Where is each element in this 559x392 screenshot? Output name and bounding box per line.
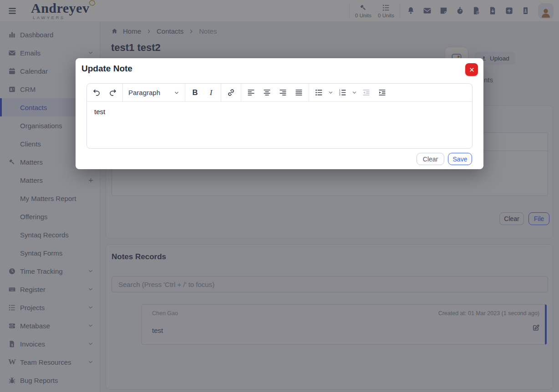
bold-button[interactable]: B [187,85,203,101]
modal-close-button[interactable] [465,63,478,76]
justify-button[interactable] [291,85,307,101]
redo-button[interactable] [105,85,121,101]
bullet-list-icon [315,88,323,97]
align-center-button[interactable] [259,85,275,101]
numbered-list-button[interactable] [335,85,351,101]
editor-toolbar: Paragraph B I [87,84,472,102]
app-window: Andreyev LAWYERS 0 Units 0 Units Dashboa… [0,0,559,392]
outdent-icon [362,88,371,97]
italic-button[interactable]: I [203,85,219,101]
redo-icon [108,88,117,97]
align-right-icon [279,88,287,97]
undo-button[interactable] [89,85,105,101]
bullet-list-button[interactable] [311,85,327,101]
paragraph-style-select[interactable]: Paragraph [125,85,183,101]
modal-clear-button[interactable]: Clear [417,153,444,165]
numbered-list-options-button[interactable] [351,85,358,101]
link-icon [227,88,235,97]
numbered-list-icon [338,88,347,97]
align-left-icon [247,88,255,97]
modal-save-button[interactable]: Save [448,153,472,165]
close-icon [469,67,475,73]
note-text-area[interactable]: test [87,102,472,149]
rich-text-editor: Paragraph B I [86,83,473,149]
chevron-down-icon [328,90,333,95]
link-button[interactable] [223,85,239,101]
align-center-icon [263,88,271,97]
align-right-button[interactable] [275,85,291,101]
justify-icon [295,88,303,97]
chevron-down-icon [174,90,179,95]
indent-icon [378,88,386,97]
indent-button[interactable] [374,85,390,101]
undo-icon [92,88,101,97]
outdent-button [358,85,374,101]
chevron-down-icon [352,90,357,95]
update-note-modal: Update Note Paragraph B I [76,58,483,169]
align-left-button[interactable] [243,85,259,101]
bullet-list-options-button[interactable] [327,85,335,101]
modal-title: Update Note [81,64,132,74]
